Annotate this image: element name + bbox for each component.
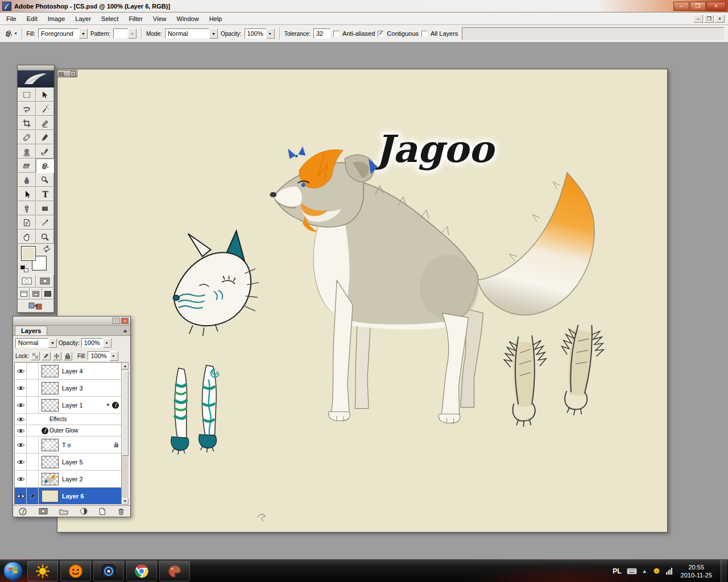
layers-palette-titlebar[interactable]: □ ×	[13, 317, 130, 326]
slice-tool[interactable]	[36, 116, 54, 130]
minimize-button[interactable]: –	[673, 2, 689, 11]
layer-row[interactable]: Layer 4	[15, 363, 121, 380]
new-adjustment-layer-button[interactable]	[80, 508, 88, 515]
tray-expand-icon[interactable]: ▲	[642, 568, 647, 574]
clone-stamp-tool[interactable]	[18, 144, 36, 159]
anti-aliased-checkbox[interactable]	[333, 31, 340, 37]
visibility-eye-icon[interactable]	[15, 414, 27, 425]
layer-thumbnail[interactable]	[42, 473, 59, 485]
layer-row[interactable]: Layer 5	[15, 454, 121, 471]
rectangular-marquee-tool[interactable]	[18, 88, 36, 102]
keyboard-icon[interactable]	[627, 568, 637, 575]
layer-thumbnail[interactable]	[42, 490, 59, 502]
outer-glow-row[interactable]: f Outer Glow	[15, 425, 121, 436]
brush-tool[interactable]	[36, 130, 54, 144]
visibility-eye-icon[interactable]	[15, 436, 27, 453]
blend-mode-select[interactable]: Normal	[15, 338, 48, 348]
pen-tool[interactable]	[18, 201, 36, 215]
quick-mask-mode-button[interactable]	[36, 275, 54, 288]
path-selection-tool[interactable]	[18, 187, 36, 201]
toolbox-grip[interactable]	[18, 65, 54, 70]
fill-select-arrow-icon[interactable]: ▼	[79, 28, 88, 39]
link-cell[interactable]	[27, 471, 39, 487]
layer-thumbnail[interactable]	[42, 365, 59, 377]
document-minimize-button[interactable]: –	[693, 15, 703, 23]
taskbar-app-chrome[interactable]	[126, 561, 157, 581]
menu-edit[interactable]: Edit	[22, 14, 43, 24]
link-cell[interactable]	[27, 363, 39, 379]
standard-mode-button[interactable]	[18, 275, 36, 288]
new-layer-set-button[interactable]	[59, 508, 68, 515]
layer-thumbnail[interactable]	[42, 382, 59, 394]
layer-name[interactable]: Layer 5	[61, 459, 83, 465]
layer-thumbnail[interactable]	[42, 399, 59, 411]
visibility-eye-icon[interactable]	[15, 471, 27, 487]
link-cell[interactable]	[27, 436, 39, 453]
layers-scrollbar[interactable]: ▲ ▼	[121, 363, 129, 505]
type-tool[interactable]: T	[36, 187, 54, 201]
contiguous-checkbox[interactable]	[378, 31, 384, 37]
crop-tool[interactable]	[18, 116, 36, 130]
add-layer-style-button[interactable]: f	[19, 508, 27, 516]
lock-all-toggle[interactable]	[63, 352, 72, 360]
opacity-slider-arrow-icon[interactable]: ▸	[266, 28, 275, 39]
default-colors-icon[interactable]	[20, 265, 28, 272]
fullscreen-menubar-mode-button[interactable]	[30, 288, 42, 300]
document-tab-close-icon[interactable]: ×	[71, 71, 76, 76]
mode-select-arrow-icon[interactable]: ▼	[209, 28, 218, 39]
tray-sun-icon[interactable]	[652, 567, 661, 575]
effects-expand-icon[interactable]: ▼	[106, 402, 110, 408]
layer-row[interactable]: T o	[15, 436, 121, 454]
outer-glow-label[interactable]: Outer Glow	[48, 427, 78, 434]
menu-image[interactable]: Image	[43, 14, 71, 24]
layer-name[interactable]: Layer 1	[61, 402, 83, 409]
zoom-tool[interactable]	[36, 230, 54, 244]
layer-name[interactable]: Layer 3	[61, 385, 83, 392]
blur-tool[interactable]	[18, 173, 36, 187]
layer-row-selected[interactable]: Layer 6	[15, 488, 121, 505]
jump-to-imageready-button[interactable]	[18, 300, 54, 313]
healing-brush-tool[interactable]	[18, 130, 36, 144]
history-brush-tool[interactable]	[36, 144, 54, 159]
hand-tool[interactable]	[18, 230, 36, 244]
new-layer-button[interactable]	[99, 508, 106, 516]
layers-opacity-arrow-icon[interactable]: ▸	[103, 338, 111, 348]
palette-close-button[interactable]: ×	[121, 318, 129, 324]
menu-select[interactable]: Select	[96, 14, 124, 24]
link-cell[interactable]	[27, 380, 39, 396]
document-restore-button[interactable]: ❒	[704, 15, 714, 23]
document-mini-tab[interactable]: 01 ×	[57, 70, 77, 77]
link-cell[interactable]	[27, 397, 39, 413]
eyedropper-tool[interactable]	[36, 215, 54, 230]
maximize-button[interactable]: ❒	[690, 2, 706, 11]
lock-transparency-toggle[interactable]	[31, 352, 40, 360]
opacity-input[interactable]: 100%	[245, 28, 266, 39]
visibility-eye-icon[interactable]	[15, 397, 27, 413]
close-button[interactable]: ×	[706, 2, 726, 11]
link-cell[interactable]	[27, 454, 39, 470]
layer-thumbnail[interactable]	[42, 439, 59, 451]
eraser-tool[interactable]	[18, 159, 36, 173]
start-button[interactable]	[3, 562, 23, 581]
taskbar-app-messenger[interactable]	[60, 561, 91, 581]
layer-thumbnail[interactable]	[42, 456, 59, 468]
paint-bucket-tool[interactable]	[36, 159, 54, 173]
palette-menu-icon[interactable]: »	[122, 327, 129, 335]
standard-screen-mode-button[interactable]	[18, 288, 30, 300]
menu-file[interactable]: File	[1, 14, 22, 24]
layer-row[interactable]: Layer 3	[15, 380, 121, 397]
visibility-eye-icon[interactable]	[15, 454, 27, 470]
fill-opacity-arrow-icon[interactable]: ▸	[110, 351, 118, 361]
foreground-color-swatch[interactable]	[22, 247, 35, 260]
menu-layer[interactable]: Layer	[70, 14, 96, 24]
visibility-eye-icon[interactable]	[15, 380, 27, 396]
lock-position-toggle[interactable]	[52, 352, 61, 360]
adobe-feather-logo-icon[interactable]	[18, 70, 54, 88]
add-layer-mask-button[interactable]	[39, 508, 48, 515]
taskbar-app-paint[interactable]	[159, 561, 190, 581]
lock-paint-toggle[interactable]	[42, 352, 51, 360]
all-layers-checkbox[interactable]	[421, 31, 428, 37]
taskbar-app-weather[interactable]	[27, 561, 58, 581]
palette-minimize-button[interactable]: □	[113, 318, 120, 324]
fill-opacity-input[interactable]: 100%	[88, 351, 109, 361]
